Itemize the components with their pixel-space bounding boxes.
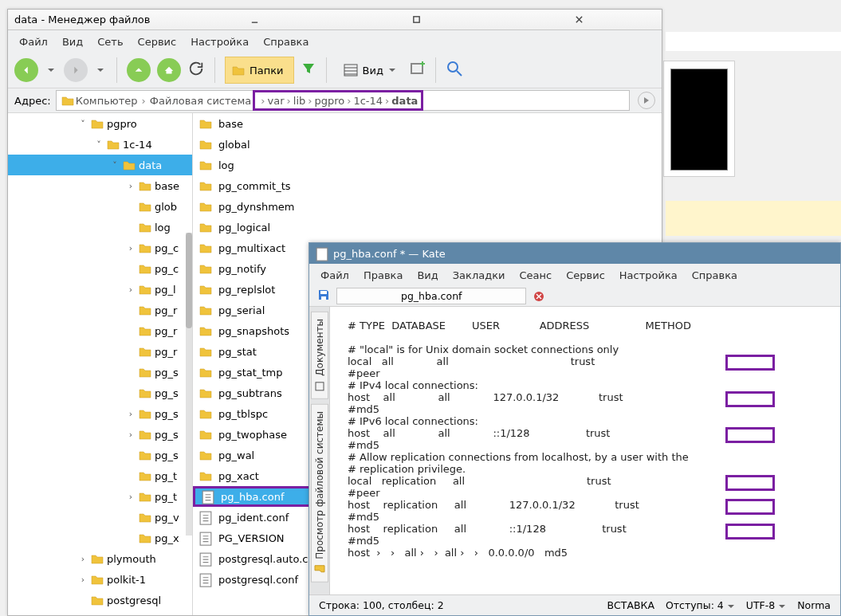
nav-forward-button[interactable]	[64, 58, 88, 82]
menu-file[interactable]: Файл	[320, 269, 349, 281]
breadcrumb-current[interactable]: data	[391, 95, 418, 107]
breadcrumb-segment[interactable]: Файловая система	[150, 95, 252, 107]
scrollbar-thumb[interactable]	[186, 233, 192, 328]
tree-item[interactable]: ˅1c-14˅data›basegloblog›pg_cpg_c›pg_lpg_…	[8, 134, 192, 548]
tree-item[interactable]: pg_x	[8, 528, 192, 548]
expand-icon[interactable]: ˅	[110, 160, 120, 171]
insert-mode[interactable]: ВСТАВКА	[607, 599, 654, 611]
search-button[interactable]	[446, 60, 463, 80]
menu-file[interactable]: Файл	[19, 36, 48, 48]
breadcrumb[interactable]: Компьютер › Файловая система › var › lib…	[56, 90, 630, 111]
list-item[interactable]: global	[193, 134, 662, 155]
tree-item[interactable]: log	[8, 217, 192, 237]
titlebar[interactable]: data - Менеджер файлов	[8, 10, 662, 30]
tree-scrollbar[interactable]	[186, 233, 192, 536]
save-icon[interactable]	[317, 288, 330, 304]
minimize-button[interactable]	[177, 14, 333, 26]
list-item[interactable]: pg_dynshmem	[193, 196, 662, 217]
new-tab-button[interactable]	[410, 61, 426, 80]
tree-item[interactable]: ˅data›basegloblog›pg_cpg_c›pg_lpg_rpg_rp…	[8, 155, 192, 548]
encoding-picker[interactable]: UTF-8	[746, 599, 786, 611]
expand-icon[interactable]: ›	[126, 284, 136, 295]
tree-item[interactable]: pg_r	[8, 341, 192, 362]
menu-view[interactable]: Вид	[62, 36, 83, 48]
tree-item[interactable]: ›pg_s	[8, 424, 192, 445]
nav-back-dropdown[interactable]	[45, 66, 57, 74]
view-mode-button[interactable]: Вид	[336, 58, 403, 82]
editor-area[interactable]: # TYPE DATABASE USER ADDRESS METHOD # "l…	[330, 307, 840, 594]
indent-picker[interactable]: Отступы: 4	[666, 599, 735, 611]
tree-item[interactable]: ›plymouth	[8, 548, 192, 569]
expand-icon[interactable]: ›	[126, 181, 136, 191]
tree-item[interactable]: pg_s	[8, 445, 192, 465]
tree-item[interactable]: ›pg_l	[8, 279, 192, 300]
folders-toggle[interactable]: Папки	[225, 57, 294, 84]
list-item[interactable]: pg_commit_ts	[193, 175, 662, 196]
tree-item[interactable]: ›pg_c	[8, 237, 192, 258]
list-item[interactable]: pg_logical	[193, 217, 662, 237]
breadcrumb-segment[interactable]: Компьютер	[76, 95, 138, 107]
close-document-button[interactable]	[533, 290, 545, 303]
filter-button[interactable]	[301, 61, 316, 80]
expand-icon[interactable]: ˅	[94, 139, 104, 150]
expand-icon[interactable]: ˅	[78, 119, 88, 129]
breadcrumb-segment[interactable]: pgpro	[314, 95, 344, 107]
tree-item[interactable]: pg_s	[8, 383, 192, 403]
close-button[interactable]	[501, 14, 658, 26]
maximize-button[interactable]	[339, 14, 495, 26]
tree-item[interactable]: ›pg_s	[8, 403, 192, 424]
language-mode[interactable]: Norma	[797, 599, 831, 611]
nav-home-button[interactable]	[157, 58, 181, 82]
folder-tree[interactable]: ˅pgpro˅1c-14˅data›basegloblog›pg_cpg_c›p…	[8, 113, 193, 615]
highlight-marker	[725, 499, 775, 515]
menu-service[interactable]: Сервис	[138, 36, 177, 48]
expand-icon[interactable]: ›	[126, 492, 136, 502]
svg-rect-18	[316, 248, 328, 261]
sidebar-tab-filesystem[interactable]: Просмотр файловой системы	[311, 404, 328, 583]
tree-item[interactable]: glob	[8, 196, 192, 217]
list-item[interactable]: base	[193, 113, 662, 134]
document-tab[interactable]: pg_hba.conf	[336, 288, 526, 304]
menu-network[interactable]: Сеть	[97, 36, 123, 48]
menu-session[interactable]: Сеанс	[519, 269, 552, 281]
expand-icon[interactable]: ›	[126, 243, 136, 253]
sidebar-tab-documents[interactable]: Документы	[311, 312, 328, 399]
tree-item[interactable]: pg_t	[8, 465, 192, 486]
expand-icon[interactable]: ›	[78, 575, 88, 585]
tree-item[interactable]: ›base	[8, 175, 192, 196]
tree-item[interactable]: ›python	[8, 610, 192, 615]
tree-item[interactable]: pg_v	[8, 507, 192, 528]
breadcrumb-segment[interactable]: var	[268, 95, 285, 107]
tree-item[interactable]: pg_r	[8, 300, 192, 320]
cursor-position[interactable]: Строка: 100, столбец: 2	[319, 599, 444, 611]
expand-icon[interactable]: ›	[126, 430, 136, 440]
menu-edit[interactable]: Правка	[364, 269, 403, 281]
tree-item[interactable]: ›polkit-1	[8, 569, 192, 590]
nav-back-button[interactable]	[14, 58, 38, 82]
breadcrumb-segment[interactable]: 1c-14	[353, 95, 383, 107]
menu-help[interactable]: Справка	[692, 269, 737, 281]
tree-item[interactable]: pg_c	[8, 258, 192, 279]
nav-up-button[interactable]	[127, 58, 151, 82]
nav-forward-dropdown[interactable]	[94, 66, 107, 74]
expand-icon[interactable]: ›	[126, 409, 136, 419]
expand-icon[interactable]: ›	[78, 554, 88, 564]
menu-bookmarks[interactable]: Закладки	[453, 269, 505, 281]
breadcrumb-segment[interactable]: lib	[293, 95, 305, 107]
list-item[interactable]: log	[193, 155, 662, 175]
tree-item[interactable]: pg_s	[8, 362, 192, 383]
go-button[interactable]	[638, 92, 655, 109]
refresh-button[interactable]	[187, 60, 205, 80]
menu-settings[interactable]: Настройка	[619, 269, 678, 281]
svg-rect-1	[414, 17, 419, 22]
menu-view[interactable]: Вид	[417, 269, 438, 281]
tree-item[interactable]: postgresql	[8, 590, 192, 610]
highlight-marker	[725, 475, 775, 491]
tree-item[interactable]: pg_r	[8, 320, 192, 341]
tree-item[interactable]: ˅pgpro˅1c-14˅data›basegloblog›pg_cpg_c›p…	[8, 113, 192, 548]
kate-titlebar[interactable]: pg_hba.conf * — Kate	[309, 243, 840, 264]
menu-help[interactable]: Справка	[263, 36, 308, 48]
list-label: global	[218, 139, 250, 151]
tree-item[interactable]: ›pg_t	[8, 486, 192, 507]
menu-settings[interactable]: Настройка	[191, 36, 249, 48]
